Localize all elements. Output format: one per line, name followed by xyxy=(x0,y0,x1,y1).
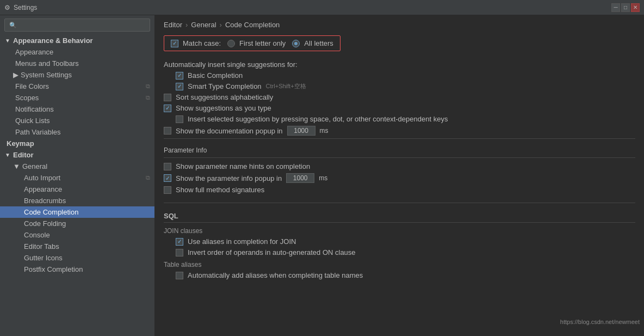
match-case-checkbox[interactable] xyxy=(171,40,178,47)
sidebar-item-label: Keymap xyxy=(4,139,34,148)
sidebar-item-system-settings[interactable]: ▶ System Settings xyxy=(0,69,154,81)
show-doc-popup-label: Show the documentation popup in xyxy=(176,127,283,135)
breadcrumb-sep1: › xyxy=(185,21,188,29)
invert-order-row: Invert order of operands in auto-generat… xyxy=(164,248,635,256)
param-info-header: Parameter Info xyxy=(164,146,635,154)
basic-completion-row: Basic Completion xyxy=(164,71,635,80)
sidebar-item-label: General xyxy=(22,162,47,170)
sidebar-item-label: Appearance & Behavior xyxy=(13,36,93,45)
expand-icon: ▼ xyxy=(4,38,11,44)
section-divider-param xyxy=(164,138,635,139)
sidebar-item-scopes[interactable]: Scopes ⧉ xyxy=(0,92,154,103)
show-hints-checkbox[interactable] xyxy=(164,163,171,170)
sidebar-item-label: Menus and Toolbars xyxy=(4,59,79,68)
section-divider-sql2 xyxy=(164,222,635,223)
insert-selected-checkbox[interactable] xyxy=(176,115,183,123)
sidebar-item-label: System Settings xyxy=(21,71,72,79)
show-doc-popup-input[interactable] xyxy=(287,126,315,136)
insert-selected-row: Insert selected suggestion by pressing s… xyxy=(164,115,635,123)
sidebar-item-label: Breadcrumbs xyxy=(4,197,66,205)
show-doc-popup-row: Show the documentation popup in ms xyxy=(164,126,635,136)
sidebar-item-label: Console xyxy=(4,231,50,239)
invert-order-checkbox[interactable] xyxy=(176,249,183,256)
sidebar-item-menus-toolbars[interactable]: Menus and Toolbars xyxy=(0,58,154,69)
show-param-popup-checkbox[interactable] xyxy=(164,174,171,182)
sidebar-item-label: Postfix Completion xyxy=(4,265,83,273)
use-aliases-checkbox[interactable] xyxy=(176,238,183,246)
sidebar-item-code-folding[interactable]: Code Folding xyxy=(0,218,154,229)
smart-type-checkbox[interactable] xyxy=(176,83,183,90)
minimize-button[interactable]: ─ xyxy=(611,3,620,12)
match-case-row: Match case: xyxy=(171,39,221,47)
match-case-label: Match case: xyxy=(183,39,221,47)
join-clauses-header: JOIN clauses xyxy=(164,227,635,235)
sort-alpha-checkbox[interactable] xyxy=(164,94,171,101)
sidebar-item-breadcrumbs[interactable]: Breadcrumbs xyxy=(0,195,154,206)
match-case-box: Match case: First letter only All letter… xyxy=(164,35,340,51)
smart-type-row: Smart Type Completion Ctrl+Shift+空格 xyxy=(164,82,635,90)
close-button[interactable]: ✕ xyxy=(631,3,640,12)
all-letters-label: All letters xyxy=(304,39,333,47)
sidebar-item-keymap[interactable]: Keymap xyxy=(0,138,154,149)
show-doc-popup-checkbox[interactable] xyxy=(164,127,171,135)
sidebar-item-label: Gutter Icons xyxy=(4,254,63,262)
show-suggestions-checkbox[interactable] xyxy=(164,105,171,112)
show-param-popup-input[interactable] xyxy=(286,173,314,183)
breadcrumb-part-code-completion: Code Completion xyxy=(225,21,280,29)
maximize-button[interactable]: □ xyxy=(621,3,630,12)
title-bar-controls: ─ □ ✕ xyxy=(611,3,640,12)
copy-icon: ⧉ xyxy=(146,83,150,90)
sidebar-item-label: Auto Import xyxy=(4,174,60,182)
sidebar-item-general[interactable]: ▼ General xyxy=(0,161,154,172)
sidebar-item-console[interactable]: Console xyxy=(0,229,154,241)
breadcrumb-part-editor: Editor xyxy=(164,21,182,29)
basic-completion-checkbox[interactable] xyxy=(176,72,183,80)
use-aliases-label: Use aliases in completion for JOIN xyxy=(188,237,296,246)
sidebar-item-label: Editor Tabs xyxy=(4,242,59,251)
insert-selected-label: Insert selected suggestion by pressing s… xyxy=(188,115,448,123)
smart-type-hint: Ctrl+Shift+空格 xyxy=(266,82,306,90)
first-letter-row: First letter only xyxy=(227,39,286,47)
sidebar-item-editor[interactable]: ▼ Editor xyxy=(0,149,154,161)
section-divider-param2 xyxy=(164,157,635,158)
expand-icon: ▼ xyxy=(4,152,11,158)
sidebar-item-appearance-behavior[interactable]: ▼ Appearance & Behavior xyxy=(0,35,154,46)
title-bar: ⚙ Settings ─ □ ✕ xyxy=(0,0,644,15)
sidebar-item-label: Editor xyxy=(13,151,34,159)
show-suggestions-row: Show suggestions as you type xyxy=(164,104,635,112)
main-container: 🔍 ▼ Appearance & Behavior Appearance Men… xyxy=(0,15,644,336)
sidebar-item-code-completion[interactable]: Code Completion xyxy=(0,206,154,218)
title-bar-left: ⚙ Settings xyxy=(4,4,37,11)
show-hints-label: Show parameter name hints on completion xyxy=(176,162,310,170)
sidebar-item-label: Path Variables xyxy=(4,128,61,136)
settings-content: Match case: First letter only All letter… xyxy=(155,33,644,291)
sidebar-item-notifications[interactable]: Notifications xyxy=(0,103,154,115)
sidebar-item-label: Appearance xyxy=(4,185,62,193)
sidebar-item-label: File Colors xyxy=(4,82,49,90)
sidebar-item-file-colors[interactable]: File Colors ⧉ xyxy=(0,81,154,92)
search-input[interactable] xyxy=(20,21,145,29)
expand-icon: ▶ xyxy=(4,71,18,79)
sort-alpha-label: Sort suggestions alphabetically xyxy=(176,93,273,101)
sidebar-item-label: Scopes xyxy=(4,94,39,102)
sidebar-item-appearance2[interactable]: Appearance xyxy=(0,184,154,195)
sidebar-item-path-variables[interactable]: Path Variables xyxy=(0,126,154,138)
show-full-method-checkbox[interactable] xyxy=(164,186,171,194)
sidebar-item-postfix-completion[interactable]: Postfix Completion xyxy=(0,264,154,275)
auto-add-aliases-checkbox[interactable] xyxy=(176,272,183,279)
sidebar-item-quick-lists[interactable]: Quick Lists xyxy=(0,115,154,126)
all-letters-radio[interactable] xyxy=(292,40,300,47)
sidebar-item-gutter-icons[interactable]: Gutter Icons xyxy=(0,252,154,264)
show-param-popup-label: Show the parameter info popup in xyxy=(176,174,282,182)
search-icon: 🔍 xyxy=(9,22,17,29)
window-title: Settings xyxy=(14,4,37,11)
sidebar-item-label: Notifications xyxy=(4,105,54,113)
sidebar-item-editor-tabs[interactable]: Editor Tabs xyxy=(0,241,154,252)
first-letter-radio[interactable] xyxy=(227,40,235,47)
sidebar-item-appearance[interactable]: Appearance xyxy=(0,46,154,58)
use-aliases-row: Use aliases in completion for JOIN xyxy=(164,237,635,246)
sidebar-item-label: Appearance xyxy=(4,48,53,56)
sidebar-item-auto-import[interactable]: Auto Import ⧉ xyxy=(0,172,154,184)
search-box[interactable]: 🔍 xyxy=(4,19,150,32)
app-icon: ⚙ xyxy=(4,4,10,11)
